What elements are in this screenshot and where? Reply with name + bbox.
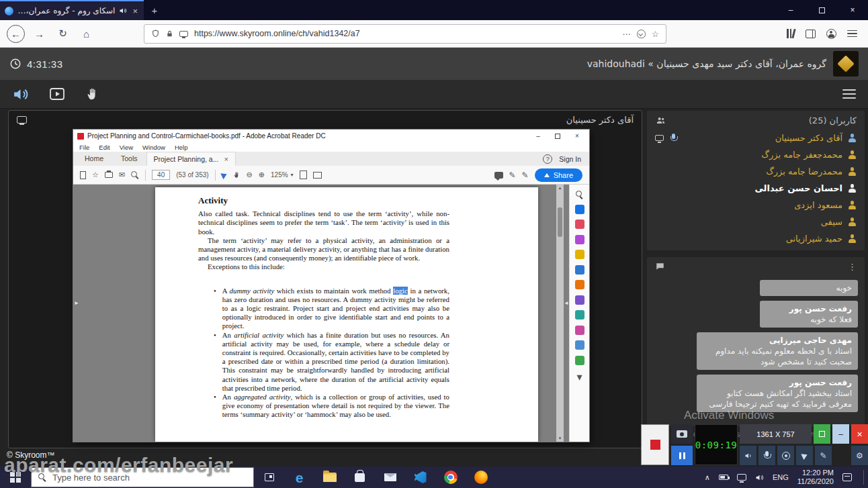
media-player-icon[interactable] [49, 86, 65, 102]
recorder-speaker-button[interactable] [740, 446, 756, 465]
screen-share-permission-icon[interactable] [179, 31, 188, 37]
sidebars-icon[interactable] [806, 30, 816, 38]
select-tool-icon[interactable] [220, 170, 228, 179]
battery-icon[interactable] [719, 475, 728, 480]
window-close-button[interactable]: × [837, 0, 868, 20]
recorder-cursor-button[interactable] [796, 446, 813, 465]
taskbar-mail[interactable] [375, 467, 405, 488]
menu-view[interactable]: View [120, 144, 133, 151]
taskbar-chrome[interactable] [435, 467, 466, 488]
share-button[interactable]: Share [535, 168, 582, 182]
acrobat-maximize-button[interactable] [550, 134, 566, 139]
vertical-scrollbar[interactable]: ▲ ▼ [556, 185, 564, 442]
print-icon[interactable] [105, 172, 113, 178]
favorites-star-icon[interactable]: ☆ [92, 170, 99, 179]
tab-document[interactable]: Project Planning, a... × [146, 152, 236, 166]
measure-icon[interactable] [575, 340, 584, 350]
user-row[interactable]: مسعود ایزدی [647, 197, 865, 213]
lock-icon[interactable] [166, 30, 173, 38]
reload-button[interactable]: ↻ [54, 25, 72, 43]
scrollbar-thumb[interactable] [558, 207, 562, 237]
acrobat-minimize-button[interactable]: – [530, 132, 546, 140]
browser-tab-skyroom[interactable]: اسکای روم - گروه عمران، آقای × [0, 0, 144, 20]
window-minimize-button[interactable]: – [775, 0, 806, 20]
recorder-close-button[interactable]: × [851, 424, 868, 444]
recorder-settings-button[interactable]: ⚙ [851, 446, 868, 465]
user-row-hosseinian[interactable]: آقای دکتر حسینیان [647, 130, 865, 146]
acrobat-titlebar[interactable]: Project Planning and Control-Carmichael-… [73, 130, 589, 142]
page-thumbnails-icon[interactable] [80, 171, 86, 179]
user-row[interactable]: محمدجعفر جامه بزرگ [647, 146, 865, 163]
menu-window[interactable]: Window [142, 144, 165, 151]
user-row[interactable]: محمدرضا جامه بزرگ [647, 163, 865, 180]
show-desktop-button[interactable] [863, 470, 864, 485]
recorder-minimize-button[interactable]: – [832, 424, 849, 444]
zoom-control[interactable]: 125% ▾ [271, 171, 294, 179]
account-icon[interactable] [826, 29, 836, 39]
search-tool-icon[interactable] [576, 191, 584, 199]
pocket-icon[interactable] [637, 30, 646, 38]
volume-icon[interactable] [755, 473, 764, 482]
library-icon[interactable] [787, 29, 795, 38]
taskbar-file-explorer[interactable] [314, 467, 345, 488]
menu-help[interactable]: Help [175, 144, 188, 151]
page-actions-icon[interactable]: ⋯ [622, 29, 631, 39]
home-button[interactable]: ⌂ [77, 25, 95, 43]
window-maximize-button[interactable] [806, 0, 837, 20]
recorder-webcam-button[interactable] [777, 446, 794, 465]
organize-pages-icon[interactable] [575, 280, 584, 289]
close-document-icon[interactable]: × [224, 155, 228, 163]
export-pdf-icon[interactable] [575, 205, 584, 214]
user-row[interactable]: حمید شیرازیانی [647, 230, 865, 247]
audio-settings-icon[interactable] [12, 86, 29, 103]
user-row-highlighted[interactable]: احسان حسن عبدالی [647, 180, 865, 197]
pause-button[interactable] [671, 446, 693, 465]
menu-icon[interactable] [847, 30, 857, 38]
menu-file[interactable]: File [79, 144, 89, 151]
taskbar-firefox[interactable] [466, 467, 496, 488]
shield-icon[interactable] [151, 29, 160, 38]
tab-audio-icon[interactable] [119, 7, 127, 15]
email-icon[interactable]: ✉ [119, 170, 125, 179]
taskbar-store[interactable] [345, 467, 375, 488]
sign-icon[interactable]: ✎ [522, 170, 529, 180]
find-icon[interactable] [131, 171, 139, 179]
highlight-icon[interactable]: ✎ [509, 170, 516, 180]
comment-tool-icon[interactable] [575, 250, 584, 259]
more-tools-icon[interactable]: ▾ [576, 371, 582, 383]
help-icon[interactable]: ? [543, 154, 552, 164]
fit-width-icon[interactable] [300, 170, 307, 179]
taskbar-edge[interactable]: e [284, 467, 314, 488]
recorder-mic-button[interactable] [758, 446, 775, 465]
fit-page-icon[interactable] [313, 172, 322, 179]
scroll-down-icon[interactable]: ▼ [558, 436, 562, 440]
chat-menu-icon[interactable]: ⋮ [848, 262, 857, 272]
tab-tools[interactable]: Tools [112, 152, 146, 166]
stamp-icon[interactable] [575, 356, 584, 365]
record-stop-button[interactable] [641, 424, 669, 465]
back-button[interactable]: ← [7, 25, 25, 43]
tray-expand-icon[interactable]: ∧ [705, 473, 710, 482]
page-number-input[interactable]: 40 [152, 170, 170, 180]
raise-hand-icon[interactable] [85, 87, 100, 101]
user-row[interactable]: سیفی [647, 213, 865, 230]
taskbar-clock[interactable]: 12:20 PM 11/26/2020 [797, 469, 834, 486]
acrobat-close-button[interactable]: × [569, 132, 585, 140]
forward-button[interactable]: → [30, 25, 48, 43]
zoom-out-icon[interactable]: ⊖ [247, 170, 253, 179]
new-tab-button[interactable]: + [144, 0, 165, 20]
protect-icon[interactable] [575, 310, 584, 320]
task-view-button[interactable] [254, 467, 284, 488]
capture-area-button[interactable] [814, 424, 830, 444]
tab-home[interactable]: Home [76, 152, 112, 166]
sign-in-button[interactable]: Sign In [559, 155, 581, 163]
bookmark-star-icon[interactable]: ☆ [652, 29, 659, 39]
sidebar-menu-icon[interactable] [842, 89, 856, 99]
language-indicator[interactable]: ENG [773, 473, 789, 481]
action-center-icon[interactable] [842, 473, 852, 481]
network-icon[interactable] [737, 474, 746, 481]
url-bar[interactable]: https://www.skyroom.online/ch/vahid1342/… [144, 24, 666, 44]
compress-pdf-icon[interactable] [575, 295, 584, 305]
fill-sign-tool-icon[interactable] [575, 326, 584, 335]
taskbar-vscode[interactable] [405, 467, 435, 488]
